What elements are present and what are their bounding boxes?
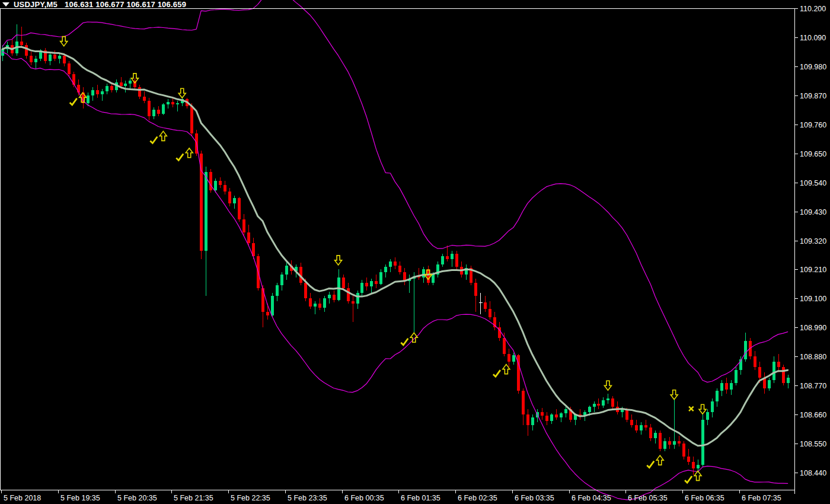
time-axis-label: 5 Feb 20:35 bbox=[117, 494, 157, 502]
time-axis-label: 6 Feb 01:35 bbox=[401, 494, 440, 502]
time-axis-label: 5 Feb 22:35 bbox=[231, 494, 270, 502]
price-axis-label: 109.210 bbox=[800, 266, 826, 274]
price-axis-label: 109.430 bbox=[800, 208, 826, 216]
chart-title-bar: USDJPY,M5 106.631 106.677 106.617 106.65… bbox=[2, 1, 186, 8]
ohlc-quotes-label: 106.631 106.677 106.617 106.659 bbox=[65, 0, 186, 9]
price-axis-label: 109.650 bbox=[800, 150, 826, 158]
chart-background bbox=[0, 0, 830, 504]
time-axis-label: 6 Feb 04:35 bbox=[572, 494, 611, 502]
price-axis-label: 108.990 bbox=[800, 324, 826, 332]
time-axis-label: 5 Feb 23:35 bbox=[288, 494, 327, 502]
price-axis-label: 109.980 bbox=[800, 63, 826, 71]
price-axis-label: 110.090 bbox=[800, 34, 826, 42]
time-axis-label: 5 Feb 19:35 bbox=[60, 494, 100, 502]
symbol-period-label: USDJPY,M5 bbox=[14, 0, 58, 9]
price-axis-label: 108.550 bbox=[800, 440, 826, 448]
price-axis-label: 109.320 bbox=[800, 237, 826, 245]
price-axis-label: 109.540 bbox=[800, 179, 826, 187]
time-axis-label: 6 Feb 03:35 bbox=[515, 494, 554, 502]
price-axis-label: 109.760 bbox=[800, 121, 826, 129]
mt4-chart-window: 110.200110.090109.980109.870109.760109.6… bbox=[0, 0, 830, 504]
price-axis-label: 108.770 bbox=[800, 382, 826, 390]
price-axis-label: 109.100 bbox=[800, 295, 826, 303]
time-axis-label: 6 Feb 07:35 bbox=[742, 494, 781, 502]
time-axis-label: 5 Feb 2018 bbox=[4, 494, 41, 502]
price-axis-label: 108.440 bbox=[800, 469, 826, 477]
chart-menu-triangle-icon[interactable] bbox=[2, 2, 9, 7]
price-axis-label: 109.870 bbox=[800, 92, 826, 100]
time-axis-label: 6 Feb 00:35 bbox=[344, 494, 384, 502]
price-axis-label: 110.200 bbox=[800, 5, 826, 13]
time-axis-label: 5 Feb 21:35 bbox=[174, 494, 213, 502]
price-chart[interactable]: 110.200110.090109.980109.870109.760109.6… bbox=[0, 0, 830, 504]
time-axis-label: 6 Feb 05:35 bbox=[628, 494, 668, 502]
price-axis-label: 108.660 bbox=[800, 411, 826, 419]
price-axis-label: 108.880 bbox=[800, 353, 826, 361]
time-axis-label: 6 Feb 02:35 bbox=[458, 494, 497, 502]
time-axis-label: 6 Feb 06:35 bbox=[685, 494, 724, 502]
